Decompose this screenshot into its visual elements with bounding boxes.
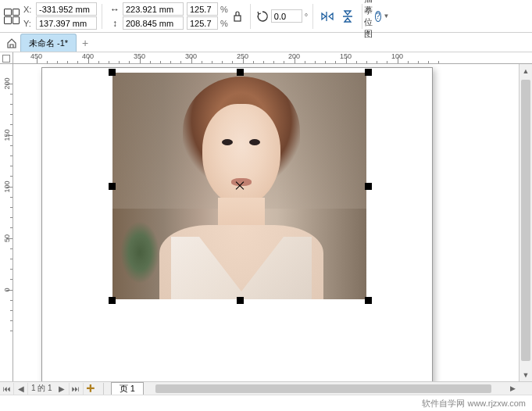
add-page-button[interactable]: 🞣: [84, 383, 98, 395]
scroll-down-arrow[interactable]: ▼: [520, 368, 532, 381]
height-icon: ↕: [109, 18, 121, 29]
lock-ratio-icon[interactable]: [231, 10, 244, 23]
percent-label: %: [220, 5, 228, 14]
position-group: X: Y:: [23, 2, 97, 30]
next-page-button[interactable]: ▶: [55, 383, 70, 395]
document-tab[interactable]: 未命名 -1*: [20, 34, 77, 52]
selection-handle-tl[interactable]: [109, 69, 116, 76]
width-input[interactable]: [123, 2, 184, 16]
page-tab-label: 页 1: [120, 383, 135, 395]
size-group: ↔ ↕: [109, 2, 184, 30]
selection-handle-bm[interactable]: [237, 297, 244, 304]
selection-handle-tm[interactable]: [237, 69, 244, 76]
mirror-horizontal-button[interactable]: [318, 7, 337, 26]
selection-handle-bl[interactable]: [109, 297, 116, 304]
degree-label: °: [305, 12, 308, 21]
scale-y-input[interactable]: [187, 16, 218, 30]
document-name: 未命名 -1*: [29, 38, 68, 49]
divider: [312, 4, 313, 29]
prev-page-button[interactable]: ◀: [14, 383, 28, 395]
divider: [362, 4, 362, 29]
chevron-down-icon: ▼: [384, 13, 390, 20]
horizontal-scrollbar[interactable]: ▶: [148, 383, 519, 395]
first-page-button[interactable]: ⏮: [0, 383, 14, 395]
vertical-scrollbar[interactable]: ▲ ▼: [519, 64, 532, 381]
scroll-up-arrow[interactable]: ▲: [520, 64, 532, 77]
canvas-area[interactable]: [13, 64, 519, 381]
document-tab-bar: 未命名 -1* +: [0, 33, 532, 52]
x-input[interactable]: [36, 2, 97, 16]
ruler-origin[interactable]: [0, 52, 13, 64]
selection-handle-mr[interactable]: [365, 183, 372, 190]
horizontal-ruler[interactable]: 450400350300250200150100: [13, 52, 532, 64]
selection-handle-tr[interactable]: [365, 69, 372, 76]
height-input[interactable]: [123, 16, 184, 30]
page-indicator: 1 的 1: [28, 383, 55, 394]
vertical-ruler[interactable]: 200150100500: [0, 64, 13, 381]
selection-handle-br[interactable]: [365, 297, 372, 304]
divider: [250, 4, 251, 29]
selection-handle-ml[interactable]: [109, 183, 116, 190]
watermark-credit: 软件自学网 www.rjzxw.com: [422, 398, 526, 409]
percent-label: %: [220, 19, 228, 28]
scroll-right-arrow[interactable]: ▶: [507, 383, 519, 395]
rotation-input[interactable]: [271, 9, 302, 23]
scroll-thumb-h[interactable]: [155, 384, 491, 393]
divider: [103, 383, 104, 395]
rotation-icon: [255, 9, 270, 23]
y-label: Y:: [23, 19, 34, 28]
selected-bitmap[interactable]: [112, 73, 366, 299]
scroll-thumb-v[interactable]: [521, 80, 530, 361]
divider: [102, 4, 102, 29]
trace-bitmap-label: 描摹位图: [364, 0, 373, 40]
question-icon: ?: [375, 11, 381, 22]
add-document-tab[interactable]: +: [77, 34, 94, 52]
scale-group: % %: [187, 2, 228, 30]
position-origin-icon[interactable]: [3, 8, 20, 25]
last-page-button[interactable]: ⏭: [70, 383, 84, 395]
y-input[interactable]: [36, 16, 97, 30]
x-label: X:: [23, 5, 34, 14]
status-bar: 软件自学网 www.rjzxw.com: [0, 395, 532, 411]
property-toolbar: X: Y: ↔ ↕ % % °: [0, 0, 532, 33]
svg-rect-0: [234, 16, 241, 21]
scale-x-input[interactable]: [187, 2, 218, 16]
page-navigation-bar: ⏮ ◀ 1 的 1 ▶ ⏭ 🞣 页 1 ▶: [0, 381, 532, 395]
mirror-vertical-button[interactable]: [338, 7, 357, 26]
home-tab[interactable]: [3, 34, 20, 52]
page-tab[interactable]: 页 1: [111, 382, 144, 395]
trace-bitmap-button[interactable]: 描摹位图 ? ▼: [367, 7, 386, 26]
width-icon: ↔: [109, 4, 121, 15]
